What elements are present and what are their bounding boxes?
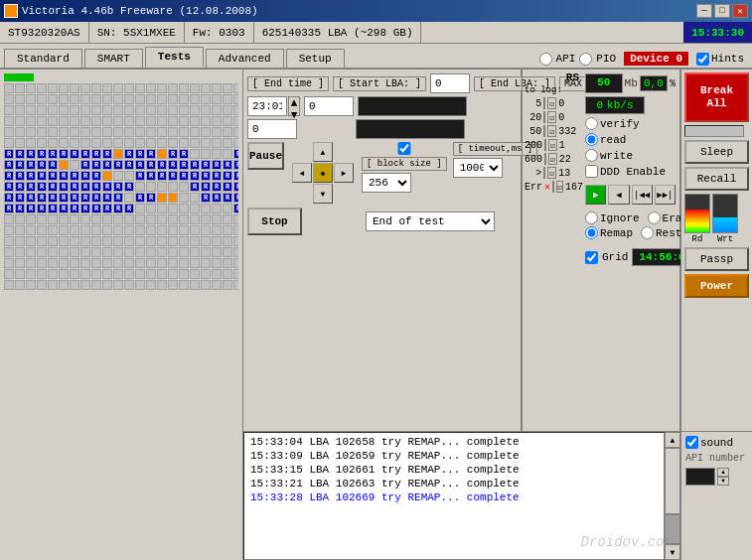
rs-log-20[interactable]: ☑	[547, 111, 556, 123]
tab-smart[interactable]: SMART	[84, 49, 143, 68]
tab-setup[interactable]: Setup	[286, 49, 345, 68]
rs-log-5[interactable]: ☑	[547, 97, 556, 109]
mode-checkbox[interactable]	[362, 142, 447, 155]
rs-log-50[interactable]: ☑	[547, 125, 556, 137]
block-cell	[223, 94, 232, 104]
block-cell	[223, 149, 232, 159]
block-cell: R	[146, 149, 156, 159]
hints-checkbox[interactable]	[696, 53, 709, 66]
block-cell	[190, 94, 200, 104]
block-cell	[48, 269, 58, 279]
block-cell	[59, 138, 69, 148]
api-number-input[interactable]: 0	[685, 468, 715, 486]
block-cell	[157, 236, 167, 246]
third-input[interactable]: 102414	[356, 119, 465, 139]
api-spin-up[interactable]: ▲	[717, 468, 729, 477]
block-cell	[168, 214, 178, 224]
block-cell	[135, 83, 145, 93]
minimize-button[interactable]: —	[696, 4, 712, 18]
block-cell: R	[4, 171, 14, 181]
bottom-area: 15:33:04 LBA 102658 try REMAP... complet…	[243, 431, 752, 560]
diamond-left[interactable]: ◄	[292, 163, 312, 183]
block-cell	[124, 269, 134, 279]
diamond-up[interactable]: ▲	[313, 142, 333, 162]
log-entry: 15:33:04 LBA 102658 try REMAP... complet…	[246, 435, 662, 449]
diamond-down[interactable]: ▼	[313, 184, 333, 204]
block-cell: R	[135, 193, 145, 203]
block-cell: R	[135, 160, 145, 170]
grid-checkbox[interactable]	[585, 251, 598, 264]
block-cell	[124, 214, 134, 224]
wrt-meter-bar	[712, 194, 738, 233]
block-cell	[146, 94, 156, 104]
maximize-button[interactable]: □	[714, 4, 730, 18]
sleep-button[interactable]: Sleep	[684, 140, 749, 164]
block-cell	[233, 258, 238, 268]
break-all-button[interactable]: BreakAll	[684, 72, 749, 122]
rs-header: RS	[525, 71, 579, 83]
main-content: RRRRRRRRRRRRRRRRRRRRRRRRRRRRRRRRRRRRRRRR…	[0, 70, 752, 560]
step-back-button[interactable]: |◀◀	[632, 185, 653, 205]
block-size-select[interactable]: 256512128	[362, 173, 411, 193]
timeout-select[interactable]: 10005002000	[453, 158, 503, 178]
tab-advanced[interactable]: Advanced	[206, 49, 284, 68]
log-entry: 15:33:28 LBA 102669 try REMAP... complet…	[246, 490, 662, 504]
stop-button[interactable]: Stop	[247, 208, 302, 235]
block-cell	[91, 138, 101, 148]
block-cell	[124, 258, 134, 268]
back-button[interactable]: ◀	[608, 185, 629, 205]
pause-button[interactable]: Pause	[247, 142, 284, 170]
block-cell	[157, 182, 167, 192]
block-cell	[179, 236, 189, 246]
scroll-track[interactable]	[665, 448, 680, 514]
sound-checkbox[interactable]	[685, 436, 698, 449]
block-cell: R	[201, 182, 211, 192]
api-spin-down[interactable]: ▼	[717, 477, 729, 486]
block-cell	[212, 127, 222, 137]
rs-log-200[interactable]: ☑	[548, 139, 557, 151]
end-time-input[interactable]	[247, 96, 287, 116]
block-cell	[37, 138, 47, 148]
block-cell	[26, 94, 36, 104]
pio-radio[interactable]	[579, 53, 592, 66]
action-row-2: Remap Restore	[585, 226, 676, 239]
block-cell	[15, 83, 25, 93]
block-cell	[59, 127, 69, 137]
diamond-center[interactable]: ◆	[313, 163, 333, 183]
play-button[interactable]: ▶	[585, 185, 606, 205]
mid-controls: [ End time ] [ Start LBA: ] [ End LBA: ]…	[243, 70, 522, 431]
rd-meter-bar	[684, 194, 710, 233]
speed-mb-input[interactable]: 50	[585, 73, 623, 93]
block-cell	[201, 204, 211, 213]
block-cell	[15, 247, 25, 257]
end-of-test-select[interactable]: End of test	[366, 211, 495, 231]
api-radio[interactable]	[539, 53, 552, 66]
rs-log-600[interactable]: ☑	[548, 153, 557, 165]
block-cell	[80, 225, 90, 235]
block-cell: R	[26, 193, 36, 203]
power-button[interactable]: Power	[684, 274, 749, 298]
diamond-right[interactable]: ►	[334, 163, 354, 183]
second-input[interactable]	[247, 119, 297, 139]
end-lba-input[interactable]: 625140334	[358, 96, 467, 116]
log-entry: 15:33:09 LBA 102659 try REMAP... complet…	[246, 449, 662, 463]
block-cell	[190, 269, 200, 279]
step-fwd-button[interactable]: ▶▶|	[655, 185, 676, 205]
rs-log-gt[interactable]: ☑	[547, 167, 556, 179]
rs-log-err[interactable]: ☑	[556, 181, 563, 193]
tab-standard[interactable]: Standard	[4, 49, 82, 68]
ddd-checkbox[interactable]	[585, 165, 598, 178]
passp-button[interactable]: Passp	[684, 247, 749, 271]
lba-input[interactable]	[304, 96, 354, 116]
close-button[interactable]: ✕	[732, 4, 748, 18]
recall-button[interactable]: Recall	[684, 167, 749, 191]
end-time-spin[interactable]: ▲▼	[288, 96, 300, 116]
block-cell	[146, 258, 156, 268]
scroll-up-button[interactable]: ▲	[665, 432, 680, 448]
block-cell	[124, 105, 134, 115]
grid-panel: RRRRRRRRRRRRRRRRRRRRRRRRRRRRRRRRRRRRRRRR…	[0, 70, 243, 560]
tab-tests[interactable]: Tests	[145, 47, 204, 68]
block-cell	[212, 204, 222, 213]
start-lba-input[interactable]	[430, 73, 470, 93]
block-cell	[146, 105, 156, 115]
